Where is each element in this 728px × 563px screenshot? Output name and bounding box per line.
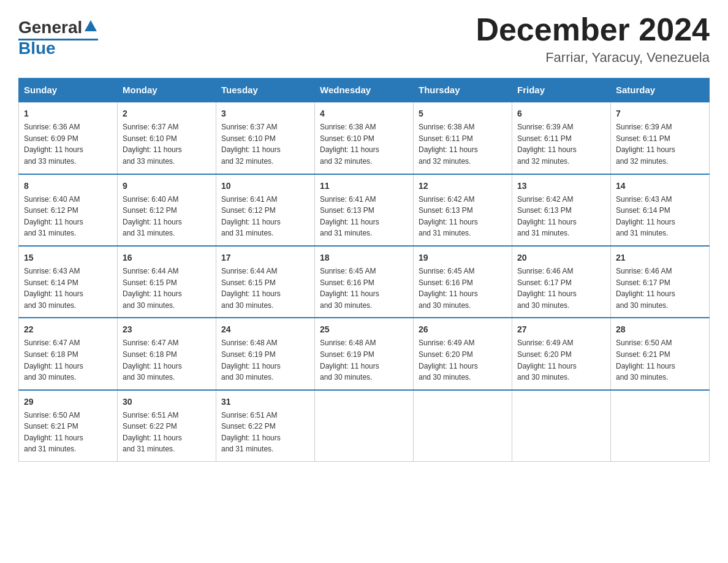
logo-general: General (18, 18, 82, 37)
col-saturday: Saturday (611, 79, 710, 102)
title-area: December 2024 Farriar, Yaracuy, Venezuel… (476, 12, 710, 66)
calendar-cell: 25Sunrise: 6:48 AMSunset: 6:19 PMDayligh… (315, 318, 414, 389)
day-info: Sunrise: 6:51 AMSunset: 6:22 PMDaylight:… (123, 410, 211, 455)
day-number: 28 (616, 323, 704, 336)
day-number: 26 (419, 323, 507, 336)
day-number: 31 (221, 396, 309, 408)
calendar-cell: 23Sunrise: 6:47 AMSunset: 6:18 PMDayligh… (118, 318, 216, 389)
col-sunday: Sunday (19, 79, 118, 102)
day-number: 25 (320, 323, 408, 336)
day-number: 23 (123, 323, 211, 336)
logo: General Blue (18, 12, 98, 58)
day-info: Sunrise: 6:39 AMSunset: 6:11 PMDaylight:… (616, 121, 704, 167)
day-number: 2 (123, 107, 211, 120)
calendar-cell: 7Sunrise: 6:39 AMSunset: 6:11 PMDaylight… (611, 102, 710, 174)
day-number: 11 (320, 180, 408, 193)
day-number: 29 (24, 396, 112, 408)
calendar-cell: 17Sunrise: 6:44 AMSunset: 6:15 PMDayligh… (216, 246, 315, 318)
day-number: 16 (123, 251, 211, 264)
calendar-cell: 9Sunrise: 6:40 AMSunset: 6:12 PMDaylight… (118, 174, 216, 246)
day-info: Sunrise: 6:38 AMSunset: 6:10 PMDaylight:… (320, 121, 408, 167)
day-number: 24 (221, 323, 309, 336)
header: General Blue December 2024 Farriar, Yara… (18, 12, 710, 66)
calendar-cell: 12Sunrise: 6:42 AMSunset: 6:13 PMDayligh… (414, 174, 512, 246)
calendar-cell: 18Sunrise: 6:45 AMSunset: 6:16 PMDayligh… (315, 246, 414, 318)
col-friday: Friday (512, 79, 611, 102)
calendar-cell: 28Sunrise: 6:50 AMSunset: 6:21 PMDayligh… (611, 318, 710, 389)
day-info: Sunrise: 6:39 AMSunset: 6:11 PMDaylight:… (517, 121, 605, 167)
day-info: Sunrise: 6:40 AMSunset: 6:12 PMDaylight:… (123, 194, 211, 239)
week-row-4: 22Sunrise: 6:47 AMSunset: 6:18 PMDayligh… (19, 318, 710, 389)
day-number: 9 (123, 180, 211, 193)
calendar-cell: 8Sunrise: 6:40 AMSunset: 6:12 PMDaylight… (19, 174, 118, 246)
day-info: Sunrise: 6:49 AMSunset: 6:20 PMDaylight:… (419, 337, 507, 383)
logo-triangle-icon (85, 20, 97, 34)
day-info: Sunrise: 6:50 AMSunset: 6:21 PMDaylight:… (24, 410, 112, 455)
calendar-cell: 15Sunrise: 6:43 AMSunset: 6:14 PMDayligh… (19, 246, 118, 318)
day-number: 18 (320, 251, 408, 264)
calendar-cell: 22Sunrise: 6:47 AMSunset: 6:18 PMDayligh… (19, 318, 118, 389)
calendar-cell: 1Sunrise: 6:36 AMSunset: 6:09 PMDaylight… (19, 102, 118, 174)
day-info: Sunrise: 6:45 AMSunset: 6:16 PMDaylight:… (320, 266, 408, 311)
calendar-cell: 2Sunrise: 6:37 AMSunset: 6:10 PMDaylight… (118, 102, 216, 174)
day-info: Sunrise: 6:44 AMSunset: 6:15 PMDaylight:… (221, 266, 309, 311)
day-number: 30 (123, 396, 211, 408)
day-info: Sunrise: 6:41 AMSunset: 6:13 PMDaylight:… (320, 194, 408, 239)
day-info: Sunrise: 6:40 AMSunset: 6:12 PMDaylight:… (24, 194, 112, 239)
calendar-cell: 3Sunrise: 6:37 AMSunset: 6:10 PMDaylight… (216, 102, 315, 174)
calendar-cell (414, 390, 512, 462)
calendar-header-row: Sunday Monday Tuesday Wednesday Thursday… (19, 79, 710, 102)
calendar-cell: 24Sunrise: 6:48 AMSunset: 6:19 PMDayligh… (216, 318, 315, 389)
day-info: Sunrise: 6:48 AMSunset: 6:19 PMDaylight:… (320, 337, 408, 383)
calendar-cell: 16Sunrise: 6:44 AMSunset: 6:15 PMDayligh… (118, 246, 216, 318)
calendar-cell: 31Sunrise: 6:51 AMSunset: 6:22 PMDayligh… (216, 390, 315, 462)
day-info: Sunrise: 6:47 AMSunset: 6:18 PMDaylight:… (24, 337, 112, 383)
calendar-cell: 6Sunrise: 6:39 AMSunset: 6:11 PMDaylight… (512, 102, 611, 174)
day-number: 27 (517, 323, 605, 336)
day-info: Sunrise: 6:41 AMSunset: 6:12 PMDaylight:… (221, 194, 309, 239)
day-number: 13 (517, 180, 605, 193)
day-number: 15 (24, 251, 112, 264)
col-thursday: Thursday (414, 79, 512, 102)
calendar-cell: 13Sunrise: 6:42 AMSunset: 6:13 PMDayligh… (512, 174, 611, 246)
day-info: Sunrise: 6:46 AMSunset: 6:17 PMDaylight:… (517, 266, 605, 311)
day-info: Sunrise: 6:42 AMSunset: 6:13 PMDaylight:… (419, 194, 507, 239)
day-info: Sunrise: 6:44 AMSunset: 6:15 PMDaylight:… (123, 266, 211, 311)
logo-blue: Blue (18, 39, 56, 58)
week-row-3: 15Sunrise: 6:43 AMSunset: 6:14 PMDayligh… (19, 246, 710, 318)
day-info: Sunrise: 6:43 AMSunset: 6:14 PMDaylight:… (24, 266, 112, 311)
day-info: Sunrise: 6:51 AMSunset: 6:22 PMDaylight:… (221, 410, 309, 455)
calendar-cell (512, 390, 611, 462)
calendar-cell: 26Sunrise: 6:49 AMSunset: 6:20 PMDayligh… (414, 318, 512, 389)
day-number: 1 (24, 107, 112, 120)
day-number: 12 (419, 180, 507, 193)
day-info: Sunrise: 6:36 AMSunset: 6:09 PMDaylight:… (24, 121, 112, 167)
day-info: Sunrise: 6:45 AMSunset: 6:16 PMDaylight:… (419, 266, 507, 311)
location-subtitle: Farriar, Yaracuy, Venezuela (476, 50, 710, 66)
calendar-table: Sunday Monday Tuesday Wednesday Thursday… (18, 78, 710, 462)
day-number: 8 (24, 180, 112, 193)
day-number: 20 (517, 251, 605, 264)
calendar-cell: 29Sunrise: 6:50 AMSunset: 6:21 PMDayligh… (19, 390, 118, 462)
calendar-cell: 30Sunrise: 6:51 AMSunset: 6:22 PMDayligh… (118, 390, 216, 462)
calendar-cell: 19Sunrise: 6:45 AMSunset: 6:16 PMDayligh… (414, 246, 512, 318)
calendar-cell: 11Sunrise: 6:41 AMSunset: 6:13 PMDayligh… (315, 174, 414, 246)
svg-marker-0 (85, 20, 97, 31)
calendar-cell: 27Sunrise: 6:49 AMSunset: 6:20 PMDayligh… (512, 318, 611, 389)
day-number: 10 (221, 180, 309, 193)
day-info: Sunrise: 6:38 AMSunset: 6:11 PMDaylight:… (419, 121, 507, 167)
day-number: 19 (419, 251, 507, 264)
day-number: 21 (616, 251, 704, 264)
month-year-title: December 2024 (476, 12, 710, 47)
day-number: 6 (517, 107, 605, 120)
calendar-cell: 21Sunrise: 6:46 AMSunset: 6:17 PMDayligh… (611, 246, 710, 318)
week-row-5: 29Sunrise: 6:50 AMSunset: 6:21 PMDayligh… (19, 390, 710, 462)
day-info: Sunrise: 6:46 AMSunset: 6:17 PMDaylight:… (616, 266, 704, 311)
col-tuesday: Tuesday (216, 79, 315, 102)
calendar-cell: 10Sunrise: 6:41 AMSunset: 6:12 PMDayligh… (216, 174, 315, 246)
day-number: 4 (320, 107, 408, 120)
day-info: Sunrise: 6:42 AMSunset: 6:13 PMDaylight:… (517, 194, 605, 239)
day-info: Sunrise: 6:43 AMSunset: 6:14 PMDaylight:… (616, 194, 704, 239)
week-row-2: 8Sunrise: 6:40 AMSunset: 6:12 PMDaylight… (19, 174, 710, 246)
calendar-cell (315, 390, 414, 462)
